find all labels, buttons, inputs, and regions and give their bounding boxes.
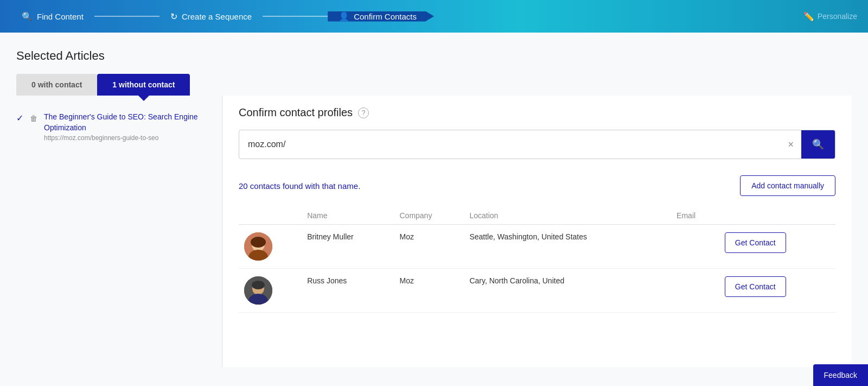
avatar (244, 276, 272, 305)
personalize-label: Personalize (818, 12, 857, 21)
personalize-link[interactable]: ✏️ Personalize (803, 11, 857, 22)
add-contact-manually-button[interactable]: Add contact manually (740, 175, 835, 196)
checkmark-icon: ✓ (16, 113, 23, 123)
panel-title: Confirm contact profiles (239, 106, 353, 119)
contact-location-cell: Cary, North Carolina, United (464, 269, 671, 313)
search-icon: 🔍 (22, 11, 33, 22)
contact-company-cell: Moz (394, 269, 464, 313)
contact-email-cell (671, 269, 719, 313)
results-header: 20 contacts found with that name. Add co… (239, 175, 835, 196)
contact-action-cell: Get Contact (719, 225, 835, 269)
nav-divider-2 (263, 16, 328, 17)
table-row: Russ Jones Moz Cary, North Carolina, Uni… (239, 269, 835, 313)
main-content: Selected Articles 0 with contact 1 witho… (0, 33, 868, 367)
step-create-sequence-label: Create a Sequence (182, 12, 252, 21)
search-button-icon: 🔍 (812, 138, 824, 150)
search-clear-button[interactable]: × (780, 139, 801, 150)
search-button[interactable]: 🔍 (801, 130, 835, 159)
nav-step-find-content[interactable]: 🔍 Find Content (11, 11, 94, 22)
top-navigation: 🔍 Find Content ↻ Create a Sequence 👤 Con… (0, 0, 868, 33)
trash-icon[interactable]: 🗑 (30, 114, 37, 123)
table-row: Britney Muller Moz Seattle, Washington, … (239, 225, 835, 269)
contacts-table: Name Company Location Email (239, 207, 835, 313)
col-action (719, 207, 835, 225)
tab-without-contact-label: 1 without contact (112, 80, 175, 89)
svg-point-3 (251, 237, 266, 248)
col-company: Company (394, 207, 464, 225)
article-title[interactable]: The Beginner's Guide to SEO: Search Engi… (44, 112, 198, 132)
contact-company-cell: Moz (394, 225, 464, 269)
contact-name-cell: Britney Muller (302, 225, 394, 269)
svg-point-7 (252, 281, 265, 289)
tabs-container: 0 with contact 1 without contact (16, 74, 852, 96)
table-body: Britney Muller Moz Seattle, Washington, … (239, 225, 835, 313)
article-url: https://moz.com/beginners-guide-to-seo (44, 134, 211, 142)
search-box: × 🔍 (239, 130, 835, 159)
table-header: Name Company Location Email (239, 207, 835, 225)
col-avatar (239, 207, 302, 225)
contact-action-cell: Get Contact (719, 269, 835, 313)
contact-email-cell (671, 225, 719, 269)
avatar (244, 232, 272, 261)
contact-name-cell: Russ Jones (302, 269, 394, 313)
step-find-content-label: Find Content (37, 12, 84, 21)
sequence-icon: ↻ (170, 11, 177, 22)
page-title: Selected Articles (16, 49, 852, 63)
get-contact-button[interactable]: Get Contact (725, 232, 786, 253)
nav-step-confirm-contacts[interactable]: 👤 Confirm Contacts (328, 11, 434, 22)
nav-divider-1 (94, 16, 159, 17)
results-count: 20 contacts found with that name. (239, 181, 360, 191)
right-panel: Confirm contact profiles ? × 🔍 20 contac… (222, 96, 852, 367)
feedback-button[interactable]: Feedback (813, 364, 868, 367)
edit-icon: ✏️ (803, 11, 814, 22)
article-item: ✓ 🗑 The Beginner's Guide to SEO: Search … (16, 106, 211, 147)
col-location: Location (464, 207, 671, 225)
sidebar: ✓ 🗑 The Beginner's Guide to SEO: Search … (16, 96, 222, 367)
help-icon[interactable]: ? (358, 107, 369, 118)
contact-avatar-cell (239, 269, 302, 313)
tab-with-contact-label: 0 with contact (31, 80, 82, 89)
get-contact-button[interactable]: Get Contact (725, 276, 786, 297)
contact-avatar-cell (239, 225, 302, 269)
col-name: Name (302, 207, 394, 225)
search-input[interactable] (239, 132, 780, 157)
table-header-row: Name Company Location Email (239, 207, 835, 225)
panel-header: Confirm contact profiles ? (239, 106, 835, 119)
contact-location-cell: Seattle, Washington, United States (464, 225, 671, 269)
step-confirm-contacts-label: Confirm Contacts (354, 12, 417, 21)
help-tooltip-label: ? (362, 109, 366, 117)
tab-without-contact[interactable]: 1 without contact (97, 74, 190, 96)
nav-steps: 🔍 Find Content ↻ Create a Sequence 👤 Con… (11, 11, 803, 22)
article-info: The Beginner's Guide to SEO: Search Engi… (44, 112, 211, 142)
contacts-icon: 👤 (339, 11, 349, 22)
col-email: Email (671, 207, 719, 225)
tab-with-contact[interactable]: 0 with contact (16, 74, 97, 96)
layout: ✓ 🗑 The Beginner's Guide to SEO: Search … (16, 96, 852, 367)
nav-step-create-sequence[interactable]: ↻ Create a Sequence (159, 11, 263, 22)
